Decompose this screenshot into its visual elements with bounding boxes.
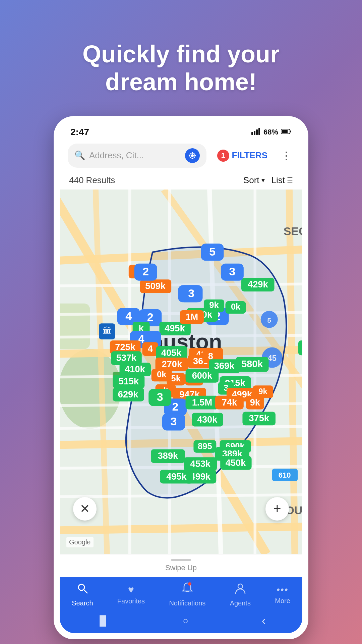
- filter-button[interactable]: 1 FILTERS: [211, 146, 274, 165]
- sort-chevron-icon: ▾: [261, 176, 265, 184]
- svg-text:3: 3: [157, 390, 163, 403]
- svg-text:4: 4: [125, 310, 132, 322]
- svg-point-180: [238, 584, 243, 589]
- more-button[interactable]: ⋮: [278, 147, 294, 165]
- favorites-nav-icon: ♥: [128, 584, 134, 595]
- svg-rect-2: [256, 129, 258, 135]
- svg-text:9k: 9k: [258, 386, 267, 395]
- svg-rect-6: [290, 130, 291, 132]
- svg-text:3: 3: [170, 415, 177, 428]
- results-row: 440 Results Sort ▾ List ☰: [60, 172, 302, 190]
- search-nav-label: Search: [72, 599, 93, 607]
- more-nav-icon: •••: [277, 584, 288, 595]
- svg-text:430k: 430k: [197, 414, 218, 424]
- nav-item-more[interactable]: ••• More: [275, 584, 290, 605]
- svg-rect-118: [298, 340, 302, 355]
- more-nav-label: More: [275, 597, 290, 605]
- svg-text:2: 2: [172, 400, 179, 413]
- search-input-box[interactable]: 🔍 Address, Cit...: [68, 144, 206, 168]
- favorites-nav-label: Favorites: [117, 597, 145, 605]
- header-line1: Quickly find your: [82, 41, 280, 67]
- filter-badge: 1: [217, 150, 229, 162]
- svg-text:895: 895: [198, 441, 212, 451]
- list-icon: ☰: [287, 176, 293, 184]
- recent-apps-button[interactable]: ▐▌: [96, 615, 110, 626]
- zoom-in-fab-button[interactable]: +: [265, 497, 289, 521]
- svg-text:450k: 450k: [226, 457, 246, 468]
- svg-text:1.5M: 1.5M: [192, 397, 212, 407]
- svg-point-7: [191, 154, 194, 157]
- location-button[interactable]: [185, 148, 200, 163]
- svg-text:4: 4: [148, 343, 153, 354]
- svg-text:5: 5: [209, 245, 216, 258]
- svg-text:515k: 515k: [119, 376, 139, 386]
- bottom-nav: Search ♥ Favorites Notifications: [60, 577, 302, 610]
- search-nav-icon: [76, 582, 88, 597]
- filter-label: FILTERS: [232, 150, 267, 161]
- signal-icon: [251, 127, 261, 137]
- svg-text:0k: 0k: [157, 370, 167, 379]
- svg-text:5k: 5k: [171, 374, 181, 383]
- svg-text:610: 610: [279, 471, 291, 479]
- svg-rect-15: [60, 303, 90, 349]
- svg-text:🏛: 🏛: [103, 326, 112, 336]
- phone-screen: 2:47 68%: [60, 122, 302, 633]
- svg-text:3: 3: [229, 265, 235, 278]
- svg-rect-1: [254, 131, 255, 135]
- svg-rect-5: [282, 130, 288, 133]
- nav-item-agents[interactable]: Agents: [230, 582, 251, 607]
- svg-text:725k: 725k: [115, 342, 135, 352]
- svg-text:389k: 389k: [158, 450, 178, 461]
- sort-button[interactable]: Sort ▾: [243, 175, 265, 185]
- svg-text:74k: 74k: [222, 397, 237, 407]
- sort-label: Sort: [243, 175, 259, 185]
- svg-rect-0: [251, 132, 253, 135]
- svg-text:410k: 410k: [125, 364, 145, 374]
- status-bar: 2:47 68%: [60, 122, 302, 140]
- agents-nav-label: Agents: [230, 599, 251, 607]
- back-button[interactable]: ‹: [262, 614, 266, 628]
- battery-icon: [281, 128, 292, 137]
- home-button[interactable]: ○: [183, 615, 188, 626]
- svg-text:405k: 405k: [161, 347, 182, 358]
- svg-text:3: 3: [188, 287, 194, 300]
- svg-text:509k: 509k: [145, 281, 166, 291]
- results-count: 440 Results: [69, 175, 115, 185]
- app-header: Quickly find your dream home!: [29, 20, 333, 96]
- results-actions: Sort ▾ List ☰: [243, 175, 293, 185]
- nav-item-favorites[interactable]: ♥ Favorites: [117, 584, 145, 605]
- notifications-nav-label: Notifications: [169, 599, 205, 607]
- svg-text:SECOND WARD: SECOND WARD: [284, 224, 302, 237]
- svg-text:537k: 537k: [116, 353, 137, 363]
- search-bar-row: 🔍 Address, Cit... 1 FILTERS ⋮: [60, 140, 302, 172]
- nav-item-notifications[interactable]: Notifications: [169, 582, 205, 607]
- list-label: List: [272, 175, 285, 185]
- header-line2: dream home!: [105, 68, 257, 95]
- list-button[interactable]: List ☰: [272, 175, 293, 185]
- android-nav-bar: ▐▌ ○ ‹: [60, 610, 302, 633]
- google-logo: Google: [66, 537, 94, 547]
- svg-text:2: 2: [147, 311, 154, 323]
- svg-text:429k: 429k: [248, 279, 268, 289]
- svg-text:453k: 453k: [190, 459, 211, 469]
- svg-text:2: 2: [142, 265, 149, 278]
- svg-text:1M: 1M: [185, 312, 198, 322]
- map-container[interactable]: 45 5 610 SECOND WARD LAWND / WAYS GULFGA…: [60, 190, 302, 554]
- nav-item-search[interactable]: Search: [72, 582, 93, 607]
- svg-line-177: [84, 590, 87, 593]
- svg-text:9k: 9k: [209, 300, 219, 310]
- svg-text:499k: 499k: [190, 471, 211, 481]
- close-fab-button[interactable]: ✕: [73, 497, 97, 521]
- svg-point-179: [188, 582, 191, 586]
- swipe-indicator: [171, 559, 191, 561]
- status-icons: 68%: [251, 127, 292, 137]
- svg-text:0k: 0k: [231, 302, 241, 311]
- svg-text:270k: 270k: [162, 359, 182, 369]
- svg-text:580k: 580k: [241, 359, 263, 369]
- battery-percent: 68%: [263, 128, 278, 137]
- svg-text:495k: 495k: [166, 471, 187, 481]
- swipe-up-area[interactable]: Swipe Up: [60, 554, 302, 577]
- search-icon: 🔍: [74, 150, 85, 161]
- svg-text:629k: 629k: [118, 389, 138, 399]
- status-time: 2:47: [70, 127, 89, 138]
